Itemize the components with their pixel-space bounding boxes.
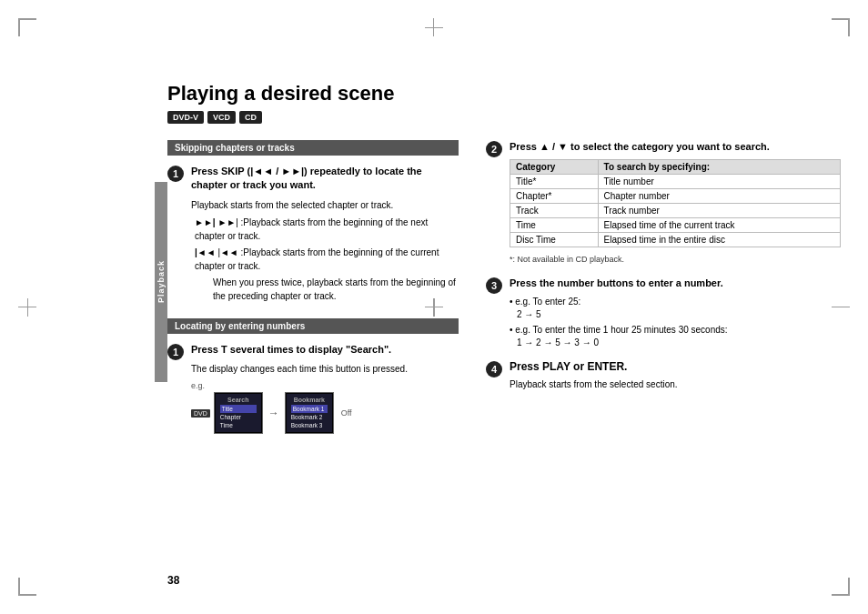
step2-s1-content: Press T several times to display "Search… <box>191 343 459 435</box>
section3-step3: 3 Press the number buttons to enter a nu… <box>486 277 841 347</box>
crosshair-top-h <box>425 27 443 28</box>
title-item: Title <box>220 405 257 413</box>
step3-s3-content: Press the number buttons to enter a numb… <box>510 277 841 347</box>
step1-desc4: When you press twice, playback starts fr… <box>209 276 459 303</box>
corner-mark-bl <box>18 578 36 596</box>
cat-chapter: Chapter* <box>510 189 599 204</box>
dvd-icon: DVD <box>191 409 210 418</box>
bookmark-title: Bookmark <box>291 397 328 403</box>
bookmark2-item: Bookmark 2 <box>291 413 328 421</box>
cat-title-desc: Title number <box>598 175 840 189</box>
step3-s4-title: Press PLAY or ENTER. <box>510 360 841 373</box>
crosshair-left-v <box>27 298 28 317</box>
step1-desc3: |◄◄ |◄◄ :Playback starts from the beginn… <box>191 246 459 273</box>
page-number: 38 <box>167 574 179 587</box>
search-panel: Search Title Chapter Time <box>216 394 261 432</box>
eg2-seq: 1 → 2 → 5 → 3 → 0 <box>517 337 841 347</box>
step3-s3-title: Press the number buttons to enter a numb… <box>510 277 841 290</box>
cat-time: Time <box>510 218 599 233</box>
crosshair-top-v <box>433 18 434 36</box>
table-row: Disc Time Elapsed time in the entire dis… <box>510 233 841 247</box>
section3-step2: 2 Press ▲ / ▼ to select the category you… <box>486 140 841 264</box>
step1-content: Press SKIP (|◄◄ / ►►|) repeatedly to loc… <box>191 165 459 306</box>
eg1-seq: 2 → 5 <box>517 309 841 319</box>
step3-s4-number: 4 <box>486 361 502 377</box>
table-row: Time Elapsed time of the current track <box>510 218 841 233</box>
step1-title: Press SKIP (|◄◄ / ►►|) repeatedly to loc… <box>191 165 459 193</box>
right-column: 2 Press ▲ / ▼ to select the category you… <box>486 140 841 443</box>
category-table: Category To search by specifying: Title*… <box>510 159 841 247</box>
badge-dvdv: DVD-V <box>167 111 204 124</box>
display-mockup: e.g. DVD Search Title Chapter Time <box>191 381 459 434</box>
section3-step4: 4 Press PLAY or ENTER. Playback starts f… <box>486 360 841 395</box>
table-row: Track Track number <box>510 204 841 218</box>
off-label: Off <box>341 408 352 418</box>
section2-step1: 1 Press T several times to display "Sear… <box>167 343 459 435</box>
corner-mark-br <box>832 578 850 596</box>
table-row: Chapter* Chapter number <box>510 189 841 204</box>
table-row: Title* Title number <box>510 175 841 189</box>
arrow-connector: → <box>268 407 279 419</box>
step1-desc1: Playback starts from the selected chapte… <box>191 198 459 212</box>
display-screen: DVD Search Title Chapter Time <box>191 392 459 434</box>
step3-s2-number: 2 <box>486 141 502 157</box>
two-column-layout: Skipping chapters or tracks 1 Press SKIP… <box>167 140 841 443</box>
section1-step1: 1 Press SKIP (|◄◄ / ►►|) repeatedly to l… <box>167 165 459 306</box>
format-badges: DVD-V VCD CD <box>167 111 841 124</box>
page-title: Playing a desired scene <box>167 82 841 106</box>
screen-panel-2: Bookmark Bookmark 1 Bookmark 2 Bookmark … <box>285 392 334 434</box>
search-title: Search <box>220 397 257 403</box>
main-content: Playing a desired scene DVD-V VCD CD Ski… <box>167 82 841 443</box>
step3-s2-content: Press ▲ / ▼ to select the category you w… <box>510 140 841 264</box>
step3-s3-number: 3 <box>486 277 502 294</box>
left-column: Skipping chapters or tracks 1 Press SKIP… <box>167 140 459 443</box>
bookmark1-item: Bookmark 1 <box>291 405 328 413</box>
table-header-search: To search by specifying: <box>598 160 840 175</box>
step3-s4-desc: Playback starts from the selected sectio… <box>510 377 841 391</box>
cat-time-desc: Elapsed time of the current track <box>598 218 840 233</box>
badge-vcd: VCD <box>207 111 236 124</box>
screen-panel-1: Search Title Chapter Time <box>214 392 263 434</box>
cat-track: Track <box>510 204 599 218</box>
table-note: *: Not available in CD playback. <box>510 255 841 264</box>
section2-header: Locating by entering numbers <box>167 318 459 334</box>
step1-number: 1 <box>167 166 184 182</box>
cat-chapter-desc: Chapter number <box>598 189 840 204</box>
table-header-category: Category <box>510 160 599 175</box>
screen-eg-label: e.g. <box>191 381 205 390</box>
eg1-label: • e.g. To enter 25: <box>510 297 841 307</box>
section1-header: Skipping chapters or tracks <box>167 140 459 156</box>
cat-title: Title* <box>510 175 599 189</box>
cat-disctime: Disc Time <box>510 233 599 247</box>
cat-track-desc: Track number <box>598 204 840 218</box>
bookmark3-item: Bookmark 3 <box>291 421 328 429</box>
sidebar-tab: Playback <box>155 182 167 382</box>
step2-s1-desc: The display changes each time this butto… <box>191 362 459 376</box>
sidebar-label: Playback <box>156 260 166 303</box>
corner-mark-tr <box>832 18 850 36</box>
badge-cd: CD <box>239 111 262 124</box>
bookmark-panel: Bookmark Bookmark 1 Bookmark 2 Bookmark … <box>287 394 332 432</box>
cat-disctime-desc: Elapsed time in the entire disc <box>598 233 840 247</box>
corner-mark-tl <box>18 18 36 36</box>
step2-s1-number: 1 <box>167 344 184 360</box>
step3-s4-content: Press PLAY or ENTER. Playback starts fro… <box>510 360 841 395</box>
step2-s1-title: Press T several times to display "Search… <box>191 343 459 357</box>
chapter-item: Chapter <box>220 413 257 421</box>
step1-desc2: ►►| ►►| :Playback starts from the beginn… <box>191 216 459 243</box>
eg2-label: • e.g. To enter the time 1 hour 25 minut… <box>510 325 841 335</box>
step3-s2-title: Press ▲ / ▼ to select the category you w… <box>510 140 841 154</box>
time-item: Time <box>220 421 257 429</box>
